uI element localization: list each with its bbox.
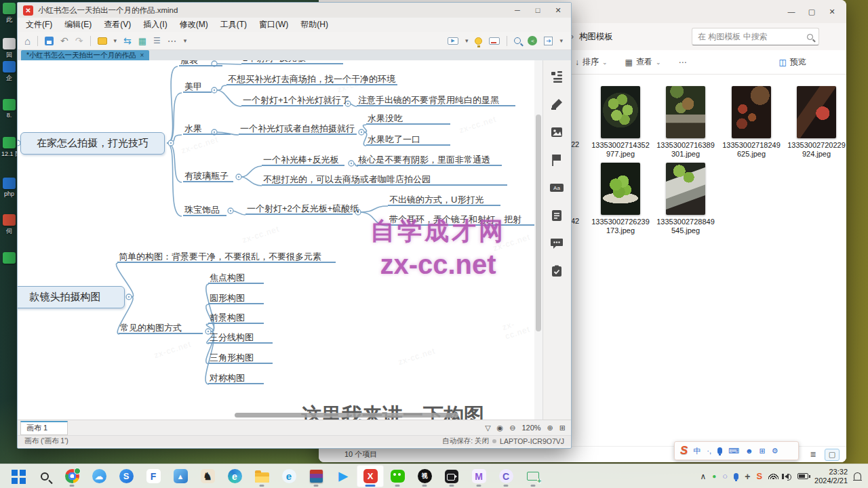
taskbar-app-mountain-app[interactable]: M (465, 465, 492, 487)
taskbar-app-winrar[interactable] (302, 465, 330, 487)
more-icon[interactable]: ⋯ (167, 36, 177, 45)
document-tab[interactable]: *小红书怎么一天拍出一个月的作品 × (21, 50, 149, 60)
mindmap-node[interactable]: 圆形构图 (208, 292, 264, 304)
central-topic-lighting[interactable]: 在家怎么拍摄，打光技巧 (20, 132, 165, 155)
format-brush-icon[interactable] (550, 98, 564, 111)
menu-item[interactable]: 编辑(E) (64, 19, 92, 30)
undo-icon[interactable]: ↶ (60, 36, 68, 45)
mindmap-node[interactable]: 简单的构图：背景要干净，不要很乱，不要很多元素 (117, 251, 336, 263)
menu-item[interactable]: 窗口(W) (259, 19, 288, 30)
marker-flag-icon[interactable] (550, 153, 564, 167)
skin-icon[interactable]: ☻ (745, 447, 753, 455)
caret-down-icon[interactable]: ▾ (184, 38, 187, 44)
desktop-shortcut-icon[interactable]: 此 (1, 3, 17, 24)
file-item[interactable]: 13353002718249625.jpeg (719, 86, 784, 159)
punctuation-icon[interactable]: ·, (707, 447, 711, 455)
redo-icon[interactable]: ↷ (75, 36, 83, 45)
task-checklist-icon[interactable] (550, 264, 564, 278)
save-icon[interactable] (45, 37, 54, 45)
file-item[interactable]: 13353002714352977.jpeg (588, 86, 653, 159)
relationship-icon[interactable]: ⇆ (123, 36, 132, 45)
central-topic-composition[interactable]: 款镜头拍摄构图 (18, 286, 125, 308)
more-options-button[interactable]: ⋯ (678, 58, 686, 67)
style-icon[interactable] (98, 37, 107, 45)
explorer-minimize-button[interactable]: — (781, 7, 802, 16)
summary-icon[interactable]: ▦ (138, 37, 146, 45)
details-view-toggle[interactable]: ≣ (806, 449, 821, 461)
mindmap-node[interactable]: 服装 (179, 60, 222, 66)
vertical-scrollbar[interactable] (534, 60, 542, 420)
mindmap-node[interactable]: 三角形构图 (208, 352, 273, 364)
insert-image-icon[interactable] (550, 125, 564, 139)
mindmap-node[interactable]: 核心是不要有阴影，里面非常通透 (357, 154, 502, 166)
breadcrumb[interactable]: 构图模板 (579, 31, 681, 43)
menu-item[interactable]: 插入(I) (143, 19, 167, 30)
menu-item[interactable]: 文件(F) (26, 19, 52, 30)
mindmap-node[interactable]: 不出镜的方式，U形打光 (388, 194, 500, 206)
soft-keyboard-icon[interactable]: ⌨ (728, 447, 739, 455)
caret-down-icon[interactable]: ▾ (559, 38, 563, 44)
banner-icon[interactable] (489, 37, 500, 45)
zoom-in-icon[interactable]: ⊕ (547, 424, 553, 432)
tab-close-icon[interactable]: × (140, 52, 144, 59)
taskbar-app-chrome[interactable] (58, 465, 85, 487)
mindmap-node[interactable]: 不想打光的，可以去商场或者咖啡店拍公园 (262, 174, 507, 186)
thumbnail-view-toggle[interactable]: ▢ (825, 449, 840, 461)
taskbar-app-edge[interactable]: e (221, 465, 248, 487)
comment-icon[interactable] (550, 237, 564, 250)
mindmap-node[interactable]: 一个射灯+1个补光灯就行了 (241, 94, 343, 106)
wifi-icon[interactable] (768, 473, 778, 479)
file-item[interactable]: 13353002726239173.jpeg (588, 163, 653, 235)
taskbar-app-xmind[interactable]: X (357, 465, 384, 487)
desktop-shortcut-icon[interactable]: php (1, 178, 17, 197)
mindmap-node[interactable]: 前景构图 (208, 312, 264, 324)
taskbar-app-c-app[interactable]: C (492, 465, 519, 487)
search-input[interactable]: 在 构图模板 中搜索 (692, 28, 819, 45)
mindmap-node[interactable]: 美甲 (183, 81, 212, 93)
mindmap-node[interactable]: 注意手出镜的不要背景用纯白的显黑 (357, 94, 515, 106)
mindmap-node[interactable]: 常见的构图方式 (119, 322, 203, 334)
menu-item[interactable]: 修改(M) (180, 19, 208, 30)
notes-icon[interactable] (550, 209, 564, 222)
tray-ring-icon[interactable]: ○ (722, 471, 728, 481)
sheet-tab[interactable]: 画布 1 (20, 421, 68, 435)
toolbox-icon[interactable]: ⊞ (760, 447, 766, 455)
mindmap-node[interactable]: 水果吃了一口 (366, 134, 450, 146)
zoom-out-icon[interactable]: ⊖ (509, 424, 515, 432)
taskbar-app-sogou-browser[interactable]: S (113, 465, 140, 487)
tray-expand-icon[interactable]: ∧ (701, 472, 707, 481)
taskbar-app-quark-browser[interactable]: ☁ (85, 465, 113, 487)
desktop-shortcut-icon[interactable]: 回 (1, 38, 17, 60)
desktop-shortcut-icon[interactable]: 12.1 阴 (1, 137, 17, 159)
label-icon[interactable]: Aa (549, 181, 564, 195)
explorer-close-button[interactable]: ✕ (822, 7, 842, 16)
xmind-minimize-button[interactable]: ─ (507, 6, 528, 14)
mindmap-node[interactable]: 珠宝饰品 (183, 204, 226, 216)
settings-icon[interactable]: ⚙ (772, 447, 778, 455)
taskbar-app-camera-app[interactable] (438, 465, 465, 487)
mindmap-node[interactable]: 2个射灯+反光板 (241, 60, 343, 64)
volume-icon[interactable] (785, 474, 789, 479)
menu-item[interactable]: 工具(T) (220, 19, 247, 30)
explorer-maximize-button[interactable]: ▢ (802, 7, 822, 16)
battery-icon[interactable] (797, 473, 808, 479)
chinese-mode-icon[interactable]: 中 (693, 446, 701, 456)
outline-structure-icon[interactable] (550, 70, 564, 83)
taskbar-app-search[interactable] (31, 465, 58, 487)
zoom-icon[interactable] (514, 37, 521, 44)
presentation-icon[interactable]: ▶ (448, 37, 458, 45)
clock[interactable]: 23:32 2024/2/21 (814, 468, 848, 485)
outline-icon[interactable]: ☰ (153, 37, 161, 45)
eye-icon[interactable]: ◉ (497, 424, 504, 432)
taskbar-app-ie-browser[interactable]: e (275, 465, 302, 487)
home-icon[interactable]: ⌂ (24, 36, 31, 46)
taskbar-app-potplayer[interactable]: ▶ (330, 465, 357, 487)
filter-icon[interactable]: ▽ (485, 424, 490, 432)
mindmap-node[interactable]: 不想买补光灯去商场拍，找一个干净的环境 (226, 73, 397, 85)
caret-down-icon[interactable]: ▾ (465, 38, 469, 44)
mindmap-node[interactable]: 水果 (183, 123, 231, 135)
taskbar-app-wechat[interactable] (384, 465, 411, 487)
export-icon[interactable]: ➔ (544, 37, 553, 45)
mindmap-node[interactable]: 三分线构图 (208, 331, 273, 344)
preview-toggle-button[interactable]: ◫ 预览 (778, 56, 806, 68)
